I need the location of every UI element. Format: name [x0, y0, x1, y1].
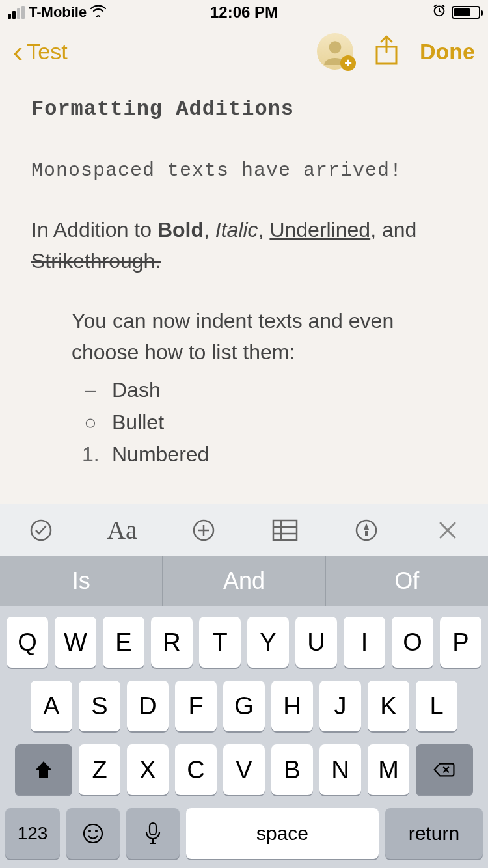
number-marker-icon: 1. [82, 439, 99, 471]
list-item: – Dash [82, 374, 457, 407]
return-key[interactable]: return [385, 808, 483, 859]
status-bar: T-Mobile 12:06 PM [0, 0, 488, 25]
key-v[interactable]: V [223, 744, 265, 795]
table-button[interactable] [265, 519, 305, 541]
key-g[interactable]: G [223, 681, 265, 731]
suggestion-1[interactable]: Is [0, 556, 163, 606]
checklist-button[interactable] [21, 519, 61, 542]
key-s[interactable]: S [79, 681, 120, 731]
add-people-button[interactable]: + [317, 33, 353, 70]
list-item: ○ Bullet [82, 407, 457, 439]
key-a[interactable]: A [31, 681, 72, 731]
key-z[interactable]: Z [79, 744, 120, 795]
numbers-key[interactable]: 123 [5, 808, 60, 859]
key-p[interactable]: P [440, 617, 481, 668]
keyboard-area: Aa Is And Of Q W E R T Y U I O P [0, 504, 488, 868]
carrier-label: T-Mobile [29, 4, 87, 21]
key-u[interactable]: U [295, 617, 337, 668]
dictation-key[interactable] [126, 808, 180, 859]
note-rich-line: In Addition to Bold, Italic, Underlined,… [31, 214, 457, 277]
suggestion-3[interactable]: Of [326, 556, 488, 606]
done-button[interactable]: Done [420, 39, 475, 64]
plus-icon: + [340, 55, 356, 71]
keyboard: Q W E R T Y U I O P A S D F G H J K L Z [0, 606, 488, 868]
key-k[interactable]: K [368, 681, 409, 731]
svg-rect-10 [150, 823, 156, 835]
key-t[interactable]: T [199, 617, 241, 668]
key-l[interactable]: L [416, 681, 457, 731]
svg-point-7 [84, 824, 102, 843]
svg-point-8 [88, 830, 91, 832]
key-f[interactable]: F [175, 681, 217, 731]
back-label: Test [27, 39, 67, 64]
keyboard-row-3: Z X C V B N M [5, 744, 483, 795]
emoji-icon [82, 822, 104, 845]
back-button[interactable]: ‹ Test [13, 36, 68, 66]
status-right [323, 3, 480, 21]
key-i[interactable]: I [344, 617, 385, 668]
dash-marker-icon: – [82, 374, 99, 407]
key-c[interactable]: C [175, 744, 217, 795]
key-j[interactable]: J [319, 681, 361, 731]
note-list: – Dash ○ Bullet 1. Numbered [82, 374, 457, 471]
add-attachment-button[interactable] [184, 519, 223, 542]
key-e[interactable]: E [103, 617, 144, 668]
suggestion-2[interactable]: And [163, 556, 325, 606]
note-body[interactable]: Formatting Additions Monospaced texts ha… [0, 78, 488, 471]
microphone-icon [144, 822, 161, 845]
key-h[interactable]: H [271, 681, 313, 731]
svg-rect-5 [273, 521, 297, 540]
nav-bar: ‹ Test + Done [0, 25, 488, 78]
key-n[interactable]: N [319, 744, 361, 795]
share-button[interactable] [373, 34, 400, 69]
note-mono-line: Monospaced texts have arrived! [31, 156, 457, 185]
clock: 12:06 PM [165, 3, 323, 21]
wifi-icon [90, 4, 106, 21]
space-key[interactable]: space [186, 808, 379, 859]
cellular-signal-icon [8, 6, 25, 19]
key-x[interactable]: X [127, 744, 169, 795]
draw-button[interactable] [347, 519, 386, 542]
backspace-key[interactable] [416, 744, 473, 795]
svg-point-1 [329, 41, 342, 53]
shift-key[interactable] [15, 744, 72, 795]
text-style-button[interactable]: Aa [103, 515, 142, 545]
alarm-icon [432, 3, 446, 21]
keyboard-row-4: 123 space return [5, 808, 483, 859]
emoji-key[interactable] [66, 808, 120, 859]
chevron-left-icon: ‹ [13, 36, 23, 66]
key-b[interactable]: B [271, 744, 313, 795]
key-m[interactable]: M [368, 744, 409, 795]
svg-point-9 [95, 830, 98, 832]
status-left: T-Mobile [8, 4, 165, 21]
key-o[interactable]: O [392, 617, 433, 668]
key-w[interactable]: W [55, 617, 96, 668]
key-q[interactable]: Q [7, 617, 48, 668]
format-toolbar: Aa [0, 504, 488, 556]
keyboard-row-2: A S D F G H J K L [5, 681, 483, 731]
bullet-marker-icon: ○ [82, 407, 99, 439]
dismiss-toolbar-button[interactable] [428, 521, 467, 540]
suggestion-bar: Is And Of [0, 556, 488, 606]
key-d[interactable]: D [127, 681, 169, 731]
note-title: Formatting Additions [31, 94, 457, 125]
key-r[interactable]: R [151, 617, 193, 668]
note-indent-text: You can now indent texts and even choose… [72, 305, 457, 368]
key-y[interactable]: Y [247, 617, 289, 668]
battery-icon [452, 6, 480, 19]
list-item: 1. Numbered [82, 439, 457, 471]
keyboard-row-1: Q W E R T Y U I O P [5, 617, 483, 668]
